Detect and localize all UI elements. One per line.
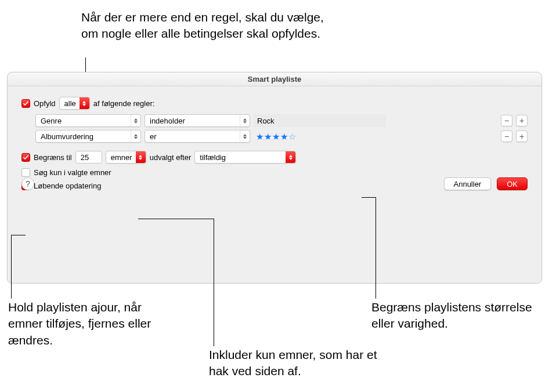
match-row: Opfyld alle af følgende regler: <box>21 97 528 110</box>
rule-field-value: Genre <box>41 117 127 125</box>
match-mode-select[interactable]: alle <box>59 97 90 110</box>
selected-by-label: udvalgt efter <box>150 153 192 162</box>
rules-block: Genre indeholder Rock − + Albumvurdering <box>35 114 528 143</box>
annotation-bottom-center: Inkluder kun emner, som har et hak ved s… <box>209 347 395 380</box>
live-update-label: Løbende opdatering <box>34 182 101 190</box>
star-icon: ★ <box>256 132 263 141</box>
match-checkbox[interactable] <box>21 99 30 108</box>
cancel-button[interactable]: Annuller <box>444 177 492 190</box>
only-checked-label: Søg kun i valgte emner <box>34 168 111 177</box>
smart-playlist-dialog: Smart playliste Opfyld alle af følgende … <box>7 72 542 284</box>
dialog-buttons: Annuller OK <box>444 177 528 190</box>
help-button[interactable]: ? <box>21 177 34 190</box>
rule-op-value: er <box>150 132 236 141</box>
limit-label: Begræns til <box>34 153 72 162</box>
match-suffix: af følgende regler: <box>93 99 155 108</box>
rule-row: Genre indeholder Rock − + <box>35 114 528 127</box>
rule-field-select[interactable]: Albumvurdering <box>35 130 141 143</box>
only-checked-checkbox[interactable] <box>21 168 30 177</box>
callout-line <box>138 219 214 219</box>
rule-value-input[interactable]: Rock <box>254 114 386 127</box>
callout-line <box>214 219 214 346</box>
limit-value-input[interactable]: 25 <box>75 151 102 164</box>
star-icon: ★ <box>264 132 272 141</box>
star-icon: ★ <box>280 132 288 141</box>
rule-operator-select[interactable]: indeholder <box>145 114 250 127</box>
remove-rule-button[interactable]: − <box>501 115 512 126</box>
dialog-title: Smart playliste <box>8 72 541 86</box>
only-checked-row: Søg kun i valgte emner <box>21 168 528 177</box>
annotation-top: Når der er mere end en regel, skal du væ… <box>81 9 337 42</box>
match-prefix: Opfyld <box>34 99 56 108</box>
add-rule-button[interactable]: + <box>516 115 528 126</box>
limit-unit-select[interactable]: emner <box>106 151 146 164</box>
limit-row: Begræns til 25 emner udvalgt efter tilfæ… <box>21 151 528 164</box>
callout-line <box>11 235 12 299</box>
add-rule-button[interactable]: + <box>516 130 528 142</box>
rule-row: Albumvurdering er ★ ★ ★ ★ ☆ − + <box>35 130 528 143</box>
remove-rule-button[interactable]: − <box>501 130 512 142</box>
annotation-bottom-left: Hold playlisten ajour, når emner tilføje… <box>8 299 159 349</box>
rule-field-value: Albumvurdering <box>41 132 127 141</box>
star-icon: ☆ <box>288 132 296 141</box>
selected-by-value: tilfældig <box>200 153 282 162</box>
match-mode-value: alle <box>64 99 76 108</box>
annotation-bottom-right: Begræns playlistens størrelse eller vari… <box>371 299 551 332</box>
limit-unit-value: emner <box>111 153 132 162</box>
rule-field-select[interactable]: Genre <box>35 114 141 127</box>
rule-operator-select[interactable]: er <box>145 130 250 143</box>
ok-button[interactable]: OK <box>497 177 528 190</box>
limit-checkbox[interactable] <box>21 153 30 162</box>
rule-op-value: indeholder <box>150 117 236 125</box>
callout-line <box>376 197 376 299</box>
star-icon: ★ <box>272 132 280 141</box>
rating-input[interactable]: ★ ★ ★ ★ ☆ <box>254 130 296 143</box>
callout-line <box>11 235 26 235</box>
selected-by-select[interactable]: tilfældig <box>194 151 296 164</box>
callout-line <box>362 197 376 198</box>
